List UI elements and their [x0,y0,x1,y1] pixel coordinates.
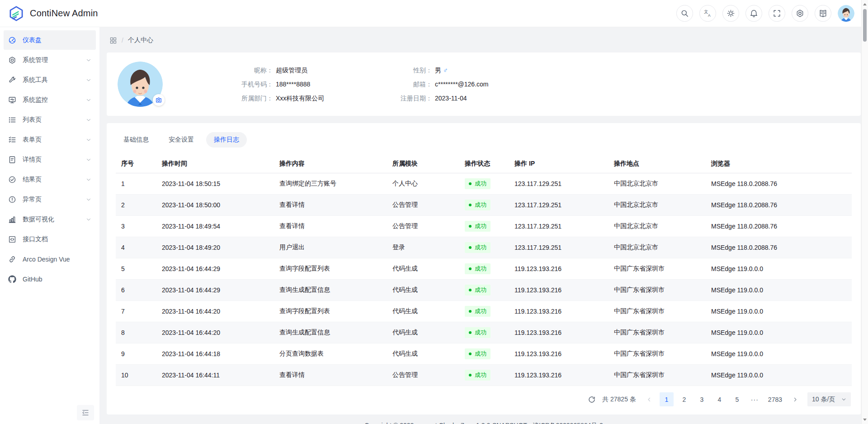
chevron-right-icon [793,397,798,402]
sidebar-item-form-page[interactable]: 表单页 [4,130,96,149]
app-logo[interactable]: ContiNew Admin [8,5,98,22]
sidebar-item-github[interactable]: GitHub [4,269,96,289]
page-button-2783[interactable]: 2783 [765,392,785,406]
profile-field-label: 邮箱： [389,80,432,89]
profile-field: 邮箱：c********@126.com [389,80,489,89]
pagination: 共 27825 条 12345···2783 10 条/页 [116,386,852,410]
cell-time: 2023-11-04 16:44:18 [156,343,274,365]
cell-content: 查看详情 [274,195,387,216]
app-header: ContiNew Admin 文 A [0,0,868,27]
page-button-3[interactable]: 3 [695,392,709,406]
sidebar-item-api-docs[interactable]: 接口文档 [4,229,96,249]
scrollbar-up-arrow[interactable] [862,1,868,8]
theme-toggle-button[interactable] [722,5,739,22]
breadcrumb-current: 个人中心 [128,36,153,44]
language-button[interactable]: 文 A [699,5,716,22]
chevron-left-icon [646,397,652,402]
tab-operation-log[interactable]: 操作日志 [206,132,247,148]
change-avatar-button[interactable] [153,94,165,106]
next-page-button[interactable] [788,393,802,406]
cell-time: 2023-11-04 16:44:11 [156,365,274,386]
apps-grid-icon[interactable] [109,37,117,44]
monitor-icon [8,96,16,104]
sidebar-item-list-page[interactable]: 列表页 [4,110,96,129]
search-button[interactable] [676,5,693,22]
page-button-5[interactable]: 5 [730,392,744,406]
sidebar-item-result-page[interactable]: 结果页 [4,170,96,189]
refresh-button[interactable] [585,393,599,406]
docs-button[interactable] [815,5,831,22]
notifications-button[interactable] [745,5,762,22]
page-button-4[interactable]: 4 [712,392,726,406]
scrollbar-thumb[interactable] [863,9,867,42]
breadcrumb: / 个人中心 [107,27,861,52]
settings-button[interactable] [792,5,808,22]
cell-module: 登录 [387,237,459,258]
table-row: 62023-11-04 16:44:29查询生成配置信息代码生成成功119.12… [116,280,852,301]
cell-no: 8 [116,322,156,343]
cell-content: 查看详情 [274,365,387,386]
breadcrumb-separator: / [122,37,123,44]
table-row: 12023-11-04 18:50:15查询绑定的三方账号个人中心成功123.1… [116,173,852,195]
gear-icon [8,56,16,64]
cell-browser: MSEdge 118.0.2088.76 [706,216,852,237]
sidebar-item-dashboard[interactable]: 仪表盘 [4,30,96,50]
cell-content: 查询生成配置信息 [274,280,387,301]
scrollbar-down-arrow[interactable] [862,416,868,423]
page-button-2[interactable]: 2 [677,392,691,406]
fullscreen-button[interactable] [769,5,785,22]
cell-location: 中国广东省深圳市 [609,258,706,280]
menu-fold-icon [81,409,90,417]
sidebar-item-label: 接口文档 [23,235,48,243]
cell-module: 代码生成 [387,280,459,301]
operation-log-table: 序号操作时间操作内容所属模块操作状态操作 IP操作地点浏览器 12023-11-… [116,155,852,386]
sidebar-item-system-tools[interactable]: 系统工具 [4,70,96,90]
page-button-1[interactable]: 1 [660,392,674,406]
sidebar-item-system-management[interactable]: 系统管理 [4,50,96,70]
sidebar-item-system-monitor[interactable]: 系统监控 [4,90,96,110]
profile-field: 性别：男♂ [389,66,489,75]
cell-browser: MSEdge 118.0.2088.76 [706,173,852,195]
sidebar-item-label: 数据可视化 [23,215,54,224]
sidebar-item-arco-design-vue[interactable]: Arco Design Vue [4,249,96,269]
sidebar-collapse-button[interactable] [77,405,94,420]
notifications-bell-icon [750,9,758,18]
tab-security-settings[interactable]: 安全设置 [161,132,202,148]
cell-browser: MSEdge 119.0.0.0 [706,280,852,301]
page-size-select[interactable]: 10 条/页 [807,392,851,406]
sidebar-item-exception-page[interactable]: 异常页 [4,190,96,209]
chevron-down-icon [86,197,91,202]
sidebar-item-data-visualization[interactable]: 数据可视化 [4,210,96,229]
table-row: 42023-11-04 18:49:20用户退出登录成功123.117.129.… [116,237,852,258]
checklist-icon [8,136,16,144]
cell-no: 4 [116,237,156,258]
sidebar-item-label: 系统管理 [23,56,48,64]
header-actions: 文 A [676,5,854,22]
cell-ip: 123.117.129.251 [509,216,609,237]
cell-browser: MSEdge 119.0.0.0 [706,343,852,365]
cell-time: 2023-11-04 18:50:15 [156,173,274,195]
cell-status: 成功 [459,365,509,386]
cell-no: 3 [116,216,156,237]
cell-browser: MSEdge 118.0.2088.76 [706,237,852,258]
column-header: 序号 [116,155,156,173]
cell-content: 分页查询数据表 [274,343,387,365]
tab-basic-info[interactable]: 基础信息 [116,132,156,148]
user-avatar[interactable] [838,5,854,22]
cell-module: 公告管理 [387,365,459,386]
cell-browser: MSEdge 119.0.0.0 [706,258,852,280]
column-header: 浏览器 [706,155,852,173]
sidebar: 仪表盘系统管理系统工具系统监控列表页表单页详情页结果页异常页数据可视化接口文档A… [0,27,99,424]
prev-page-button[interactable] [642,393,656,406]
status-dot-icon [469,267,472,270]
cell-ip: 119.123.193.216 [509,322,609,343]
cell-module: 代码生成 [387,343,459,365]
chevron-down-icon [86,137,91,143]
sidebar-item-detail-page[interactable]: 详情页 [4,150,96,169]
pagination-pages: 12345···2783 [660,392,785,406]
page-ellipsis[interactable]: ··· [748,392,762,406]
profile-field-label: 注册日期： [389,94,432,103]
profile-info: 昵称：超级管理员手机号码：188****8888所属部门：Xxx科技有限公司性别… [230,66,489,103]
status-dot-icon [469,204,472,206]
docs-book-icon [819,9,827,18]
